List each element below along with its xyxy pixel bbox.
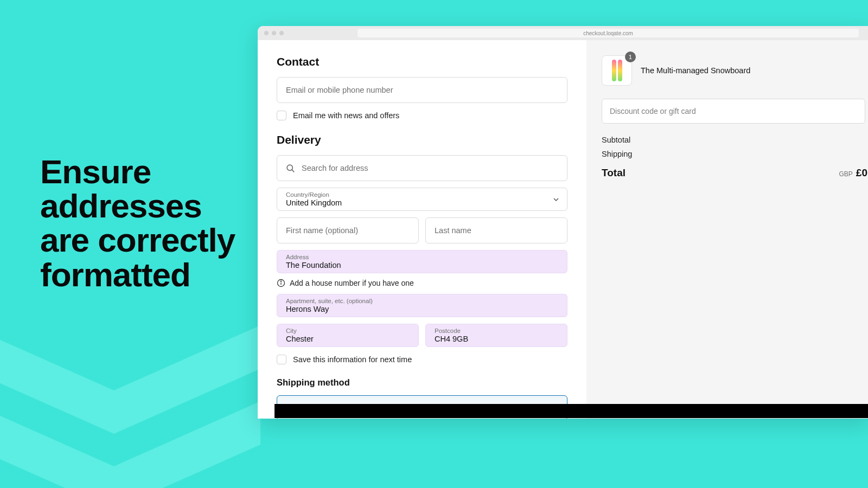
email-field[interactable]: Email or mobile phone number [277,77,567,103]
address-hint: Add a house number if you have one [290,279,414,287]
country-label: Country/Region [286,191,545,198]
first-name-field[interactable]: First name (optional) [277,217,419,243]
order-summary-column: 1 The Multi-managed Snowboard Discount c… [586,40,868,419]
city-label: City [286,328,410,334]
city-field[interactable]: City Chester [277,324,419,347]
svg-line-1 [292,170,294,172]
url-bar[interactable]: checkout.loqate.com [358,29,859,37]
info-icon [277,279,285,287]
save-info-label: Save this information for next time [293,355,412,364]
total-currency: GBP [839,170,853,178]
cart-item: 1 The Multi-managed Snowboard [602,55,868,86]
apartment-label: Apartment, suite, etc. (optional) [286,298,558,304]
postcode-label: Postcode [435,328,558,334]
country-select[interactable]: Country/Region United Kingdom [277,188,567,211]
address-search-input[interactable]: Search for address [277,155,567,181]
address-label: Address [286,254,558,260]
address-value: The Foundation [286,261,558,269]
contact-title: Contact [277,55,567,68]
discount-placeholder: Discount code or gift card [610,107,696,115]
subtotal-label: Subtotal [602,136,630,144]
email-placeholder: Email or mobile phone number [286,86,393,94]
shipping-label: Shipping [602,150,632,158]
address-field[interactable]: Address The Foundation [277,250,567,273]
total-amount: £0 [856,167,867,179]
news-checkbox-label: Email me with news and offers [293,111,399,120]
url-text: checkout.loqate.com [583,30,633,36]
country-value: United Kingdom [286,198,545,207]
apartment-value: Herons Way [286,305,558,313]
total-label: Total [602,167,626,179]
save-info-checkbox[interactable] [277,355,286,364]
first-name-placeholder: First name (optional) [286,226,358,235]
traffic-light-zoom[interactable] [279,31,284,35]
last-name-field[interactable]: Last name [425,217,567,243]
postcode-value: CH4 9GB [435,335,558,343]
search-icon [286,164,295,173]
background-chevrons [0,260,282,488]
hero-headline: Ensure addresses are correctly formatted [40,155,252,292]
browser-chrome: checkout.loqate.com [258,26,868,40]
search-placeholder: Search for address [302,164,368,172]
browser-window: checkout.loqate.com Contact Email or mob… [258,26,868,419]
svg-point-0 [287,165,292,170]
svg-point-4 [280,281,281,281]
checkout-main-column: Contact Email or mobile phone number Ema… [258,40,586,419]
delivery-title: Delivery [277,133,567,146]
city-value: Chester [286,335,410,343]
traffic-light-close[interactable] [264,31,269,35]
product-name: The Multi-managed Snowboard [641,66,750,75]
product-thumbnail: 1 [602,55,632,86]
postcode-field[interactable]: Postcode CH4 9GB [425,324,567,347]
traffic-light-minimize[interactable] [272,31,276,35]
discount-code-input[interactable]: Discount code or gift card [602,99,865,124]
chevron-down-icon [553,196,559,203]
bottom-bar [275,404,868,418]
last-name-placeholder: Last name [435,226,471,235]
quantity-badge: 1 [625,52,636,62]
news-checkbox[interactable] [277,111,286,120]
shipping-method-title: Shipping method [277,377,567,388]
apartment-field[interactable]: Apartment, suite, etc. (optional) Herons… [277,294,567,317]
